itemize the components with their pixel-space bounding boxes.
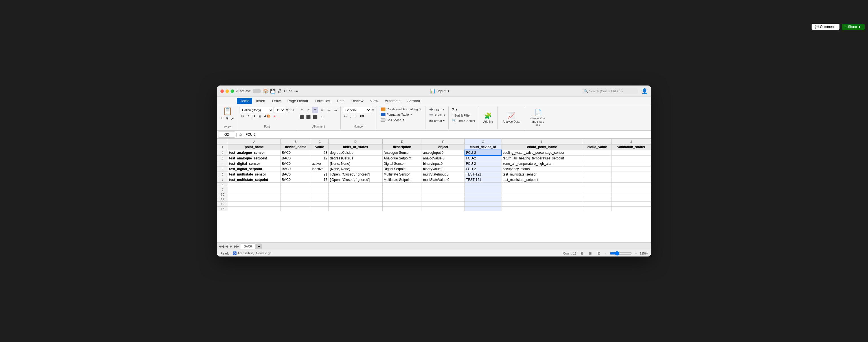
cell-B3[interactable]: BAC0 [280, 155, 311, 161]
more-icon[interactable]: ••• [294, 89, 299, 93]
cell-C5[interactable]: inactive [311, 166, 329, 172]
number-format-dropdown-icon[interactable]: ▼ [372, 108, 374, 112]
cell-C2[interactable]: 23 [311, 150, 329, 155]
cell-I7[interactable] [583, 177, 611, 183]
header-cloud-device-id[interactable]: cloud_device_id [465, 145, 501, 150]
cell-J6[interactable] [612, 172, 651, 177]
paste-button[interactable]: 📋 [221, 106, 235, 116]
header-cloud-point-name[interactable]: cloud_point_name [501, 145, 583, 150]
nav-last-arrow[interactable]: ▶▶ [234, 244, 240, 249]
cell-I6[interactable] [583, 172, 611, 177]
cell-I4[interactable] [583, 161, 611, 166]
header-point-name[interactable]: point_name [228, 145, 281, 150]
cell-F7[interactable]: multiStateValue:0 [422, 177, 465, 183]
col-header-E[interactable]: E [382, 139, 422, 145]
cell-H6[interactable]: test_multistate_sensor [501, 172, 583, 177]
cell-A4[interactable]: test_digital_sensor [228, 161, 281, 166]
cell-reference-box[interactable]: G2 [218, 131, 235, 138]
font-color-button[interactable]: A_ [272, 114, 279, 119]
decrease-decimal-button[interactable]: .00 [358, 114, 365, 119]
cell-B2[interactable]: BAC0 [280, 150, 311, 155]
cell-G3[interactable]: FCU-2 [465, 155, 501, 161]
menu-data[interactable]: Data [334, 98, 347, 104]
undo-icon[interactable]: ↩ [284, 88, 287, 94]
cell-H7[interactable]: test_multistate_setpoint [501, 177, 583, 183]
cell-F2[interactable]: analogInput:0 [422, 150, 465, 155]
col-header-B[interactable]: B [280, 139, 311, 145]
cell-C6[interactable]: 21 [311, 172, 329, 177]
decrease-font-icon[interactable]: A↓ [290, 108, 294, 112]
redo-icon[interactable]: ↪ [289, 88, 292, 94]
menu-review[interactable]: Review [348, 98, 366, 104]
zoom-slider[interactable] [610, 251, 632, 256]
col-header-I[interactable]: I [583, 139, 611, 145]
align-left-button[interactable]: ⬛ [299, 114, 305, 120]
cell-C7[interactable]: 17 [311, 177, 329, 183]
cell-D7[interactable]: ['Open', 'Closed', 'Ignored'] [329, 177, 382, 183]
wrap-text-button[interactable]: ↵ [319, 107, 325, 113]
format-as-table-button[interactable]: Format as Table ▼ [379, 112, 423, 117]
cut-button[interactable]: ✂ [220, 116, 225, 121]
format-painter-button[interactable]: 🖌 [230, 116, 235, 121]
save-icon[interactable]: 💾 [270, 88, 276, 94]
page-break-view-button[interactable]: ⊠ [596, 251, 602, 256]
cell-styles-dropdown[interactable]: ▼ [402, 119, 405, 121]
conditional-formatting-dropdown[interactable]: ▼ [419, 108, 422, 111]
cell-E6[interactable]: Multistate Sensor [382, 172, 422, 177]
formula-input[interactable] [244, 131, 650, 138]
number-format-select[interactable]: General [343, 107, 371, 113]
align-top-left-button[interactable]: ≡ [299, 107, 305, 113]
dropdown-icon[interactable]: ▼ [447, 89, 450, 93]
cell-G7[interactable]: TEST-121 [465, 177, 501, 183]
zoom-in-icon[interactable]: ＋ [634, 251, 638, 255]
find-select-button[interactable]: 🔍 Find & Select [451, 118, 476, 123]
insert-button[interactable]: ➕ Insert ▼ [428, 107, 447, 112]
align-top-center-button[interactable]: ≡ [305, 107, 312, 113]
cell-J5[interactable] [612, 166, 651, 172]
underline-button[interactable]: U [251, 114, 257, 119]
cell-E4[interactable]: Digital Sensor [382, 161, 422, 166]
profile-icon[interactable]: 👤 [642, 88, 648, 94]
header-object[interactable]: object [422, 145, 465, 150]
align-top-right-button[interactable]: ≡ [312, 107, 318, 113]
copy-button[interactable]: ⎘ [225, 116, 229, 121]
normal-view-button[interactable]: ⊞ [579, 251, 585, 256]
italic-button[interactable]: I [246, 114, 250, 119]
fill-color-button[interactable]: A🎨 [263, 114, 272, 119]
menu-page-layout[interactable]: Page Layout [285, 98, 311, 104]
cell-styles-button[interactable]: Cell Styles ▼ [379, 118, 423, 122]
nav-first-arrow[interactable]: ◀◀ [218, 244, 224, 249]
cell-B6[interactable]: BAC0 [280, 172, 311, 177]
cell-F5[interactable]: binaryValue:0 [422, 166, 465, 172]
sum-dropdown[interactable]: ▼ [455, 108, 458, 111]
header-units[interactable]: units_or_states [329, 145, 382, 150]
cell-D4[interactable]: (None, None) [329, 161, 382, 166]
cell-G2[interactable]: FCU-2 [465, 150, 501, 155]
border-button[interactable]: ⊞ [257, 114, 262, 119]
cell-I5[interactable] [583, 166, 611, 172]
col-header-J[interactable]: J [612, 139, 651, 145]
menu-automate[interactable]: Automate [382, 98, 404, 104]
font-name-select[interactable]: Calibri (Body) [240, 107, 273, 113]
header-validation-status[interactable]: validation_status [612, 145, 651, 150]
cell-B5[interactable]: BAC0 [280, 166, 311, 172]
header-cloud-value[interactable]: cloud_value [583, 145, 611, 150]
add-sheet-button[interactable]: + [256, 244, 262, 249]
cell-J4[interactable] [612, 161, 651, 166]
cell-J7[interactable] [612, 177, 651, 183]
cell-G6[interactable]: TEST-121 [465, 172, 501, 177]
cell-E7[interactable]: Multistate Setpoint [382, 177, 422, 183]
cell-H5[interactable]: occupancy_status [501, 166, 583, 172]
align-center-button[interactable]: ⬛ [305, 114, 312, 120]
col-header-C[interactable]: C [311, 139, 329, 145]
menu-home[interactable]: Home [237, 98, 252, 104]
cell-D5[interactable]: (None, None) [329, 166, 382, 172]
delete-button[interactable]: ➖ Delete ▼ [428, 113, 447, 117]
cell-D3[interactable]: degreesCelsius [329, 155, 382, 161]
font-size-select[interactable]: 11 [274, 107, 285, 113]
conditional-formatting-button[interactable]: Conditional Formatting ▼ [379, 107, 423, 112]
cell-H4[interactable]: zone_air_temperature_high_alarm [501, 161, 583, 166]
search-box[interactable]: 🔍 Search (Cmd + Ctrl + U) [582, 88, 638, 94]
header-description[interactable]: description [382, 145, 422, 150]
create-pdf-button[interactable]: 📄 Create PDF and share link [527, 108, 549, 128]
